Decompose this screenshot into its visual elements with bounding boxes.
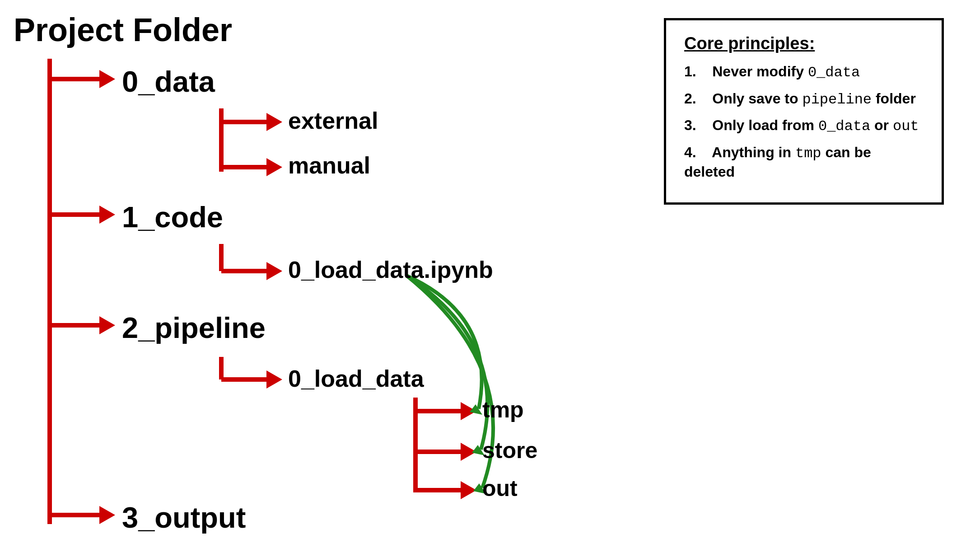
- folder-manual: manual: [288, 152, 370, 179]
- svg-marker-2: [99, 70, 115, 88]
- folder-external: external: [288, 107, 378, 134]
- svg-marker-17: [266, 370, 282, 389]
- file-0-load-data-ipynb: 0_load_data.ipynb: [288, 256, 493, 283]
- svg-marker-27: [470, 404, 482, 415]
- principles-box: Core principles: 1. Never modify 0_data …: [664, 18, 944, 205]
- principle-2: 2. Only save to pipeline folder: [684, 89, 924, 109]
- svg-marker-14: [99, 316, 115, 334]
- page-title: Project Folder: [14, 11, 232, 48]
- folder-0-data: 0_data: [122, 65, 215, 98]
- principle-3: 3. Only load from 0_data or out: [684, 116, 924, 136]
- folder-0-load-data: 0_load_data: [288, 365, 424, 392]
- svg-marker-24: [461, 481, 476, 499]
- svg-marker-22: [461, 443, 476, 461]
- folder-3-output: 3_output: [122, 501, 246, 534]
- svg-marker-5: [266, 113, 282, 131]
- svg-marker-26: [99, 506, 115, 524]
- folder-store: store: [482, 437, 537, 464]
- principles-title: Core principles:: [684, 34, 924, 53]
- svg-marker-7: [266, 158, 282, 176]
- svg-marker-12: [266, 262, 282, 280]
- svg-marker-9: [99, 206, 115, 224]
- principle-4: 4. Anything in tmp can be deleted: [684, 143, 924, 182]
- folder-out: out: [482, 475, 518, 501]
- principle-1: 1. Never modify 0_data: [684, 62, 924, 82]
- folder-1-code: 1_code: [122, 200, 223, 234]
- svg-marker-20: [461, 402, 476, 420]
- folder-tmp: tmp: [482, 397, 524, 423]
- folder-2-pipeline: 2_pipeline: [122, 311, 266, 345]
